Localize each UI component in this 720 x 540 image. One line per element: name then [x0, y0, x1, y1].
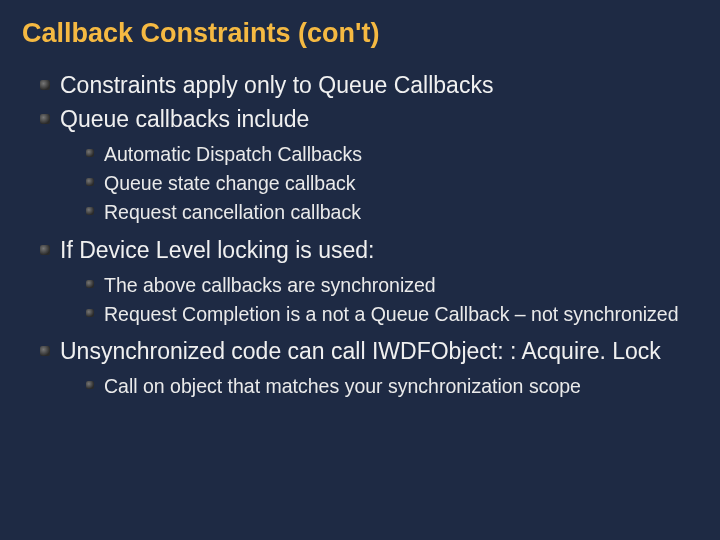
l1-text: Queue callbacks include — [60, 106, 309, 132]
bullet-list-level2: Automatic Dispatch Callbacks Queue state… — [60, 141, 696, 226]
l2-text: Call on object that matches your synchro… — [104, 375, 581, 397]
l2-text: Request cancellation callback — [104, 201, 361, 223]
l2-text: Automatic Dispatch Callbacks — [104, 143, 362, 165]
slide: Callback Constraints (con't) Constraints… — [0, 0, 720, 540]
l2-text: Queue state change callback — [104, 172, 356, 194]
l2-item: Call on object that matches your synchro… — [86, 373, 696, 399]
l2-item: Queue state change callback — [86, 170, 696, 196]
slide-title: Callback Constraints (con't) — [20, 18, 696, 49]
l1-item: If Device Level locking is used: The abo… — [40, 236, 696, 328]
l2-item: Automatic Dispatch Callbacks — [86, 141, 696, 167]
l2-text: Request Completion is a not a Queue Call… — [104, 303, 679, 325]
l2-item: The above callbacks are synchronized — [86, 272, 696, 298]
l1-text: If Device Level locking is used: — [60, 237, 375, 263]
l2-item: Request Completion is a not a Queue Call… — [86, 301, 696, 327]
l2-item: Request cancellation callback — [86, 199, 696, 225]
l2-text: The above callbacks are synchronized — [104, 274, 436, 296]
bullet-list-level2: Call on object that matches your synchro… — [60, 373, 696, 399]
l1-item: Queue callbacks include Automatic Dispat… — [40, 105, 696, 226]
bullet-list-level2: The above callbacks are synchronized Req… — [60, 272, 696, 328]
l1-item: Constraints apply only to Queue Callback… — [40, 71, 696, 101]
l1-item: Unsynchronized code can call IWDFObject:… — [40, 337, 696, 399]
l1-text: Unsynchronized code can call IWDFObject:… — [60, 338, 661, 364]
l1-text: Constraints apply only to Queue Callback… — [60, 72, 493, 98]
bullet-list-level1: Constraints apply only to Queue Callback… — [20, 71, 696, 399]
